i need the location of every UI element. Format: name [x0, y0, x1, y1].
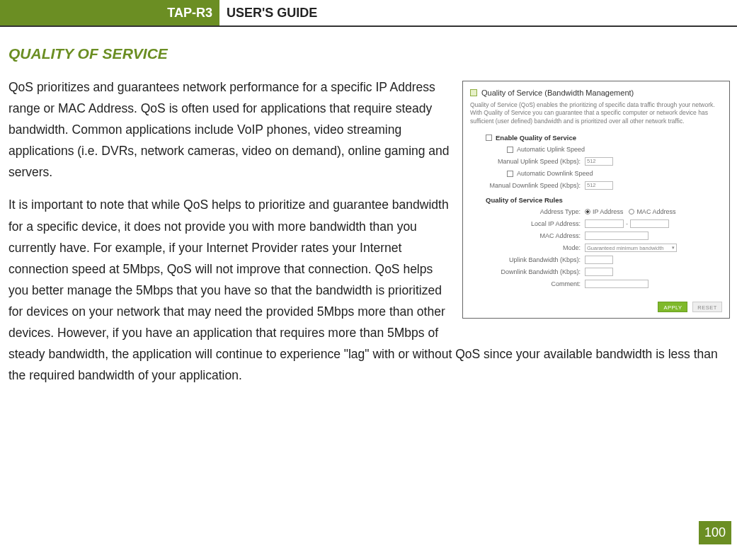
mac-radio-label: MAC Address	[636, 208, 675, 215]
local-ip-label: Local IP Address:	[486, 220, 585, 227]
body-text: Quality of Service (Bandwidth Management…	[8, 76, 730, 397]
figure-title: Quality of Service (Bandwidth Management…	[481, 88, 634, 97]
manual-downlink-input[interactable]: 512	[585, 181, 613, 190]
downlink-bw-input[interactable]	[585, 268, 613, 276]
header-product: TAP-R3	[0, 0, 219, 25]
uplink-bw-input[interactable]	[585, 256, 613, 264]
figure-form: Enable Quality of Service Automatic Upli…	[470, 132, 722, 289]
manual-downlink-row: Manual Downlink Speed (Kbps): 512	[486, 181, 722, 190]
mode-select[interactable]: Guaranteed minimum bandwidth ▾	[585, 244, 677, 252]
chevron-down-icon: ▾	[672, 245, 675, 251]
comment-row: Comment:	[486, 279, 722, 289]
auto-uplink-label: Automatic Uplink Speed	[517, 146, 585, 153]
ip-radio-label: IP Address	[593, 208, 623, 215]
manual-uplink-input[interactable]: 512	[585, 157, 613, 166]
header-bar: TAP-R3 USER'S GUIDE	[0, 0, 737, 27]
figure-description: Quality of Service (QoS) enables the pri…	[470, 101, 722, 125]
enable-qos-row: Enable Quality of Service	[486, 132, 722, 142]
address-type-label: Address Type:	[486, 208, 585, 215]
figure-title-row: Quality of Service (Bandwidth Management…	[470, 88, 722, 97]
qos-screenshot-figure: Quality of Service (Bandwidth Management…	[462, 81, 730, 319]
auto-uplink-checkbox[interactable]	[507, 147, 513, 153]
reset-button[interactable]: RESET	[692, 302, 722, 312]
ip-range-dash: -	[626, 220, 628, 227]
mode-label: Mode:	[486, 244, 585, 251]
address-type-row: Address Type: IP Address MAC Address	[486, 207, 722, 217]
mode-select-value: Guaranteed minimum bandwidth	[587, 245, 663, 251]
mac-address-label: MAC Address:	[486, 232, 585, 239]
mac-address-row: MAC Address:	[486, 231, 722, 241]
mac-address-input[interactable]	[585, 232, 649, 240]
uplink-bw-label: Uplink Bandwidth (Kbps):	[486, 256, 585, 263]
downlink-bw-label: Downlink Bandwidth (Kbps):	[486, 268, 585, 275]
enable-qos-label: Enable Quality of Service	[496, 134, 576, 142]
enable-qos-checkbox[interactable]	[486, 135, 492, 141]
auto-downlink-row: Automatic Downlink Speed	[486, 168, 722, 178]
page-content: QUALITY OF SERVICE Quality of Service (B…	[0, 27, 737, 397]
ip-radio[interactable]	[585, 209, 590, 215]
auto-downlink-label: Automatic Downlink Speed	[517, 170, 593, 177]
local-ip-input-end[interactable]	[630, 219, 669, 228]
apply-button[interactable]: APPLY	[658, 302, 687, 312]
auto-downlink-checkbox[interactable]	[507, 171, 513, 177]
section-heading: QUALITY OF SERVICE	[8, 45, 730, 62]
page-number: 100	[699, 521, 731, 544]
manual-uplink-label: Manual Uplink Speed (Kbps):	[486, 158, 585, 165]
uplink-bw-row: Uplink Bandwidth (Kbps):	[486, 255, 722, 265]
mode-row: Mode: Guaranteed minimum bandwidth ▾	[486, 243, 722, 253]
rules-heading: Quality of Service Rules	[486, 196, 722, 204]
manual-downlink-label: Manual Downlink Speed (Kbps):	[486, 182, 585, 189]
figure-bullet-icon	[470, 89, 477, 96]
manual-uplink-row: Manual Uplink Speed (Kbps): 512	[486, 156, 722, 166]
local-ip-input-start[interactable]	[585, 219, 624, 228]
mac-radio[interactable]	[629, 209, 634, 215]
local-ip-row: Local IP Address: -	[486, 219, 722, 229]
auto-uplink-row: Automatic Uplink Speed	[486, 144, 722, 154]
comment-label: Comment:	[486, 280, 585, 287]
comment-input[interactable]	[585, 280, 649, 288]
downlink-bw-row: Downlink Bandwidth (Kbps):	[486, 267, 722, 277]
figure-buttons: APPLY RESET	[470, 302, 722, 312]
header-title: USER'S GUIDE	[219, 0, 317, 25]
